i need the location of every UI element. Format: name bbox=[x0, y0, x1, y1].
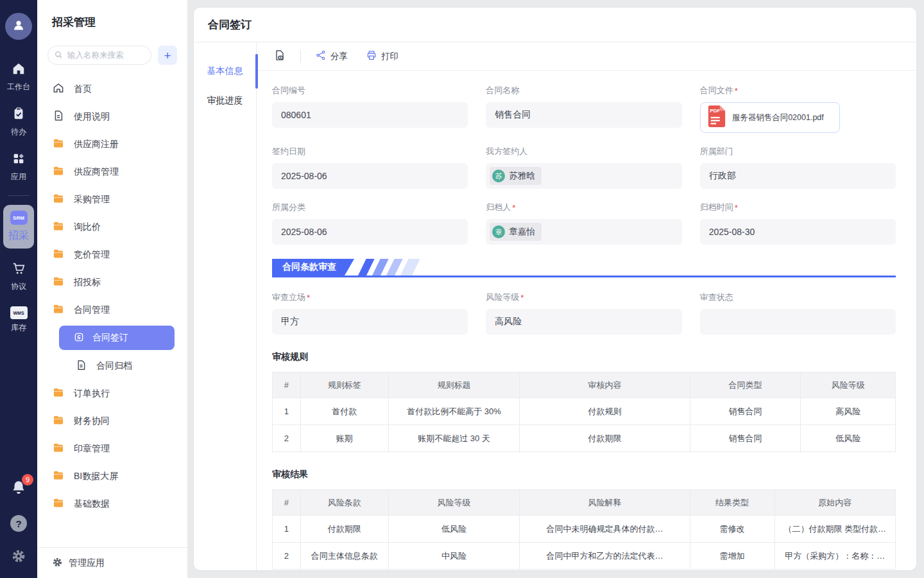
search-icon bbox=[53, 49, 64, 62]
archiver-input[interactable]: 章 章嘉怡 bbox=[486, 219, 681, 245]
field-risk-level: 风险等级* 高风险 bbox=[486, 292, 681, 335]
risk-level-input[interactable]: 高风险 bbox=[486, 309, 681, 335]
table-row[interactable]: 1 付款期限 低风险 合同中未明确规定具体的付款… 需修改 （二）付款期限 类型… bbox=[273, 516, 896, 543]
rail-item-todo[interactable]: 待办 bbox=[11, 107, 26, 137]
rail-item-apps[interactable]: 应用 bbox=[11, 152, 26, 182]
field-label: 归档人 bbox=[486, 202, 511, 213]
tab-approval-progress[interactable]: 审批进度 bbox=[194, 86, 256, 116]
cell: 1 bbox=[273, 516, 301, 543]
field-label: 风险等级 bbox=[486, 292, 519, 303]
home-icon bbox=[12, 62, 26, 78]
rail-item-label: 招采 bbox=[8, 229, 29, 243]
folder-icon bbox=[52, 275, 65, 290]
contract-file-attachment[interactable]: PDF 服务器销售合同02001.pdf bbox=[700, 102, 840, 133]
cell: 付款规则 bbox=[520, 398, 690, 425]
form-area: 合同编号 080601 合同名称 销售合同 合同文件* PDF 服务器销售合同0… bbox=[257, 71, 916, 570]
rail-item-label: 应用 bbox=[11, 171, 26, 182]
sidebar-item-label: 竞价管理 bbox=[74, 249, 110, 261]
share-button[interactable]: 分享 bbox=[315, 49, 348, 63]
add-button[interactable]: + bbox=[158, 46, 177, 65]
person-avatar: 苏 bbox=[492, 170, 505, 182]
category-input[interactable]: 2025-08-06 bbox=[272, 219, 468, 245]
sidebar-item-procurement-management[interactable]: 采购管理 bbox=[37, 186, 187, 213]
column-header: 规则标签 bbox=[300, 372, 388, 398]
archive-time-input[interactable]: 2025-08-30 bbox=[700, 219, 896, 245]
required-mark: * bbox=[307, 293, 310, 302]
notification-bell[interactable]: 9 bbox=[10, 479, 27, 498]
column-header: 审核内容 bbox=[520, 372, 690, 398]
person-tag: 章 章嘉怡 bbox=[490, 223, 542, 241]
review-stance-input[interactable]: 甲方 bbox=[272, 309, 468, 335]
banner-stripe bbox=[400, 259, 420, 276]
bell-icon bbox=[10, 487, 27, 498]
folder-icon bbox=[52, 441, 65, 456]
signer-input[interactable]: 苏 苏雅晗 bbox=[486, 163, 681, 189]
column-header: 原始内容 bbox=[774, 490, 895, 516]
field-review-stance: 审查立场* 甲方 bbox=[272, 292, 468, 335]
field-sign-date: 签约日期 2025-08-06 bbox=[272, 146, 468, 189]
table-row[interactable]: 2 账期 账期不能超过 30 天 付款期限 销售合同 低风险 bbox=[273, 425, 896, 452]
sign-date-input[interactable]: 2025-08-06 bbox=[272, 163, 468, 189]
sidebar-item-label: 询比价 bbox=[74, 222, 101, 233]
print-button[interactable]: 打印 bbox=[366, 49, 398, 63]
field-label: 所属分类 bbox=[272, 202, 305, 213]
sidebar-item-order-execution[interactable]: 订单执行 bbox=[37, 380, 187, 407]
file-preview-button[interactable] bbox=[273, 49, 286, 64]
sidebar-item-base-data[interactable]: 基础数据 bbox=[37, 490, 187, 518]
folder-icon bbox=[52, 164, 65, 179]
field-label: 合同编号 bbox=[272, 85, 305, 96]
person-tag: 苏 苏雅晗 bbox=[490, 167, 542, 185]
sidebar-item-bi-dashboard[interactable]: BI数据大屏 bbox=[37, 462, 187, 490]
sidebar-item-usage-guide[interactable]: 使用说明 bbox=[37, 103, 187, 130]
gear-icon[interactable] bbox=[11, 548, 26, 566]
file-preview-icon bbox=[273, 49, 286, 64]
sidebar-item-contract-archive[interactable]: 合同归档 bbox=[37, 352, 187, 380]
help-button[interactable]: ? bbox=[10, 515, 27, 532]
sidebar-menu: 首页 使用说明 供应商注册 供应商管理 采购管理 询比价 竞价管理 招投标 bbox=[37, 75, 187, 547]
sidebar-item-finance-collaboration[interactable]: 财务协同 bbox=[37, 407, 187, 435]
sidebar-item-tender[interactable]: 招投标 bbox=[37, 268, 187, 296]
sidebar-item-label: 采购管理 bbox=[74, 194, 110, 206]
field-category: 所属分类 2025-08-06 bbox=[272, 202, 468, 245]
sidebar-item-label: 基础数据 bbox=[74, 498, 110, 510]
sidebar-item-bidding-management[interactable]: 竞价管理 bbox=[37, 241, 187, 268]
rail-item-label: 工作台 bbox=[7, 82, 30, 92]
main-area: 合同签订 基本信息 审批进度 分享 bbox=[187, 0, 924, 578]
required-mark: * bbox=[735, 86, 738, 96]
sidebar-item-home[interactable]: 首页 bbox=[37, 75, 187, 103]
sidebar-item-label: 合同管理 bbox=[74, 304, 110, 316]
field-label: 审查立场 bbox=[272, 292, 305, 303]
department-input[interactable]: 行政部 bbox=[700, 163, 896, 189]
srm-badge-icon: SRM bbox=[10, 211, 28, 225]
sidebar-item-contract-signing[interactable]: 合同签订 bbox=[59, 326, 175, 350]
field-review-status: 审查状态 bbox=[700, 292, 896, 335]
cell: 2 bbox=[273, 543, 301, 570]
rail-item-workbench[interactable]: 工作台 bbox=[7, 62, 30, 92]
table-row[interactable]: 2 合同主体信息条款 中风险 合同中甲方和乙方的法定代表… 需增加 甲方（采购方… bbox=[273, 543, 896, 570]
field-contract-file: 合同文件* PDF 服务器销售合同02001.pdf bbox=[700, 85, 896, 133]
contract-no-input[interactable]: 080601 bbox=[272, 102, 468, 128]
manage-apps-label: 管理应用 bbox=[69, 557, 105, 569]
tab-basic-info[interactable]: 基本信息 bbox=[194, 57, 256, 86]
rail-item-inventory[interactable]: WMS 库存 bbox=[10, 306, 28, 333]
contract-name-input[interactable]: 销售合同 bbox=[486, 102, 681, 128]
cell: 合同中未明确规定具体的付款… bbox=[520, 516, 690, 543]
person-icon bbox=[11, 17, 26, 35]
results-table: # 风险条款 风险等级 风险解释 结果类型 原始内容 1 bbox=[272, 489, 896, 570]
sidebar-item-seal-management[interactable]: 印章管理 bbox=[37, 435, 187, 462]
folder-icon bbox=[52, 469, 65, 484]
sidebar-item-supplier-register[interactable]: 供应商注册 bbox=[37, 130, 187, 158]
cell: 1 bbox=[273, 398, 301, 425]
rail-item-srm-active[interactable]: SRM 招采 bbox=[3, 205, 34, 249]
user-avatar[interactable] bbox=[5, 13, 32, 40]
sidebar-item-supplier-management[interactable]: 供应商管理 bbox=[37, 158, 187, 186]
manage-apps-button[interactable]: 管理应用 bbox=[37, 547, 187, 578]
cell: 高风险 bbox=[801, 398, 896, 425]
table-row[interactable]: 1 首付款 首付款比例不能高于 30% 付款规则 销售合同 高风险 bbox=[273, 398, 896, 425]
sidebar-item-inquiry[interactable]: 询比价 bbox=[37, 213, 187, 241]
sidebar-item-contract-management[interactable]: 合同管理 bbox=[37, 296, 187, 324]
rail-item-agreement[interactable]: 协议 bbox=[11, 261, 26, 292]
review-status-input[interactable] bbox=[700, 309, 896, 335]
column-header: 结果类型 bbox=[690, 490, 774, 516]
file-name: 服务器销售合同02001.pdf bbox=[732, 112, 824, 123]
